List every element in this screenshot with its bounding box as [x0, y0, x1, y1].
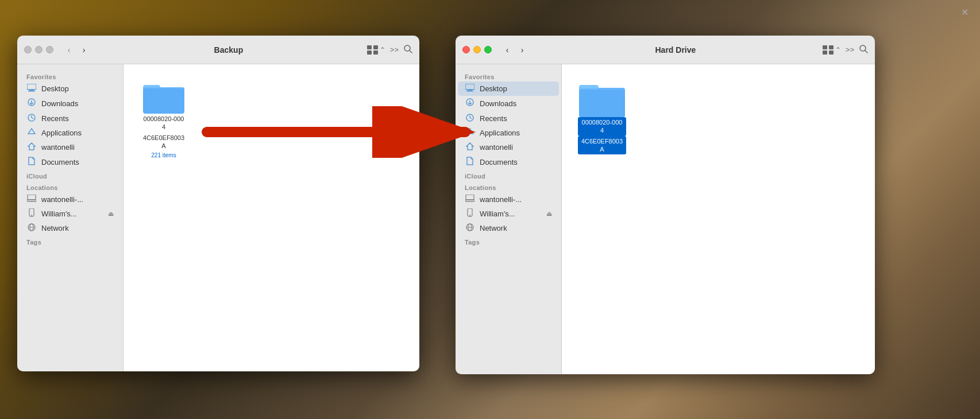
sidebar-item-wantonelli-loc-left[interactable]: wantonelli-...: [20, 192, 121, 206]
finder-content-left: 00008020-0004 4C6E0EF8003A 221 items: [124, 64, 419, 371]
sidebar-item-desktop-left[interactable]: Desktop: [20, 82, 121, 96]
titlebar-right: ‹ › Hard Drive ⌃ >>: [456, 36, 875, 64]
more-button-right[interactable]: >>: [846, 45, 854, 54]
finder-body-left: Favorites Desktop Downloads Recents: [17, 64, 419, 371]
desktop-icon-right: [465, 84, 475, 94]
back-button-right[interactable]: ‹: [501, 44, 514, 56]
svg-marker-45: [466, 129, 473, 134]
maximize-button-left[interactable]: [46, 46, 53, 53]
view-toggle-left[interactable]: ⌃: [367, 45, 385, 55]
svg-point-21: [31, 215, 32, 216]
sidebar-label-network-right: Network: [480, 224, 507, 232]
svg-rect-19: [27, 200, 36, 201]
folder-label-line2-right: 4C6E0EF8003A: [578, 136, 626, 155]
folder-item-left[interactable]: 00008020-0004 4C6E0EF8003A 221 items: [135, 76, 192, 163]
sidebar-item-williams-right[interactable]: William's... ⏏: [458, 206, 559, 221]
sidebar-item-desktop-right[interactable]: Desktop: [458, 82, 559, 96]
sidebar-item-recents-right[interactable]: Recents: [458, 111, 559, 126]
minimize-button-left[interactable]: [35, 46, 43, 53]
maximize-button-right[interactable]: [484, 46, 492, 53]
app-close-button[interactable]: ✕: [961, 7, 969, 18]
window-title-left: Backup: [95, 45, 362, 55]
sidebar-item-wantonelli-right[interactable]: wantonelli: [458, 140, 559, 154]
close-button-left[interactable]: [24, 46, 32, 53]
close-button-right[interactable]: [462, 46, 470, 53]
svg-rect-1: [373, 45, 378, 49]
sidebar-item-recents-left[interactable]: Recents: [20, 111, 121, 126]
folder-label-line1-right: 00008020-0004: [578, 117, 626, 136]
laptop-icon-right: [465, 195, 475, 204]
back-button-left[interactable]: ‹: [63, 44, 75, 56]
sidebar-item-wantonelli-loc-right[interactable]: wantonelli-...: [458, 192, 559, 206]
sidebar-item-downloads-right[interactable]: Downloads: [458, 96, 559, 111]
sidebar-item-documents-left[interactable]: Documents: [20, 154, 121, 169]
view-toggle-right[interactable]: ⌃: [823, 45, 841, 55]
folder-item-right[interactable]: 00008020-0004 4C6E0EF8003A: [573, 76, 631, 159]
svg-rect-7: [29, 90, 34, 91]
applications-icon-right: [465, 128, 475, 138]
sidebar-item-applications-right[interactable]: Applications: [458, 126, 559, 140]
sidebar-label-downloads-right: Downloads: [480, 99, 516, 108]
sidebar-item-downloads-left[interactable]: Downloads: [20, 96, 121, 111]
sidebar-item-wantonelli-left[interactable]: wantonelli: [20, 140, 121, 154]
more-button-left[interactable]: >>: [390, 45, 399, 54]
sidebar-label-desktop-right: Desktop: [480, 84, 507, 93]
tags-label-right: Tags: [456, 235, 561, 247]
sidebar-label-applications-left: Applications: [41, 129, 82, 137]
svg-rect-38: [468, 90, 472, 91]
sidebar-item-applications-left[interactable]: Applications: [20, 126, 121, 140]
locations-label-right: Locations: [456, 181, 561, 192]
sidebar-item-williams-left[interactable]: William's... ⏏: [20, 206, 121, 221]
finder-window-left: ‹ › Backup ⌃ >>: [17, 36, 419, 371]
sidebar-label-wantonelli-left: wantonelli: [41, 143, 75, 152]
home-icon-left: [26, 142, 37, 152]
folder-label-line2-left: 4C6E0EF8003A: [140, 133, 188, 152]
documents-icon-left: [26, 157, 37, 167]
sidebar-item-network-right[interactable]: Network: [458, 221, 559, 235]
eject-icon-right[interactable]: ⏏: [546, 210, 552, 218]
eject-icon-left[interactable]: ⏏: [108, 210, 114, 218]
svg-rect-33: [823, 51, 827, 55]
svg-point-52: [469, 215, 470, 216]
finder-content-right: 00008020-0004 4C6E0EF8003A: [562, 64, 875, 374]
svg-rect-8: [28, 91, 35, 92]
minimize-button-right[interactable]: [473, 46, 481, 53]
home-icon-right: [465, 142, 475, 152]
laptop-icon-left: [26, 195, 37, 204]
svg-rect-6: [27, 84, 36, 90]
svg-marker-46: [466, 143, 473, 150]
recents-icon-left: [26, 114, 37, 123]
sidebar-label-recents-left: Recents: [41, 114, 69, 123]
svg-line-13: [32, 118, 33, 119]
icloud-label-right: iCloud: [456, 169, 561, 181]
phone-icon-left: [26, 208, 37, 219]
sidebar-item-network-left[interactable]: Network: [20, 221, 121, 235]
forward-button-left[interactable]: ›: [78, 44, 90, 56]
sidebar-item-documents-right[interactable]: Documents: [458, 154, 559, 169]
svg-marker-15: [28, 143, 35, 150]
folder-name-right: 00008020-0004 4C6E0EF8003A: [578, 117, 626, 154]
applications-icon-left: [26, 128, 37, 138]
desktop-icon-left: [26, 84, 37, 94]
downloads-icon-left: [26, 98, 37, 109]
svg-line-44: [470, 118, 472, 119]
phone-icon-right: [465, 208, 475, 219]
nav-buttons-right: ‹ ›: [501, 44, 528, 56]
svg-rect-3: [373, 51, 378, 55]
svg-line-5: [410, 51, 412, 53]
search-button-right[interactable]: [859, 44, 868, 56]
favorites-label-right: Favorites: [456, 70, 561, 82]
svg-rect-0: [367, 45, 372, 49]
traffic-lights-right: [462, 46, 492, 53]
sidebar-label-recents-right: Recents: [480, 114, 507, 123]
nav-buttons-left: ‹ ›: [63, 44, 90, 56]
folder-label-line1-left: 00008020-0004: [140, 114, 188, 133]
tags-label-left: Tags: [17, 235, 123, 247]
sidebar-label-wantonelli-right: wantonelli: [480, 143, 513, 152]
folder-svg-left: [143, 80, 184, 114]
svg-marker-14: [28, 129, 35, 134]
sidebar-label-wantonelli-loc-left: wantonelli-...: [41, 195, 83, 204]
forward-button-right[interactable]: ›: [516, 44, 528, 56]
sidebar-label-desktop-left: Desktop: [41, 84, 69, 93]
search-button-left[interactable]: [403, 44, 412, 56]
